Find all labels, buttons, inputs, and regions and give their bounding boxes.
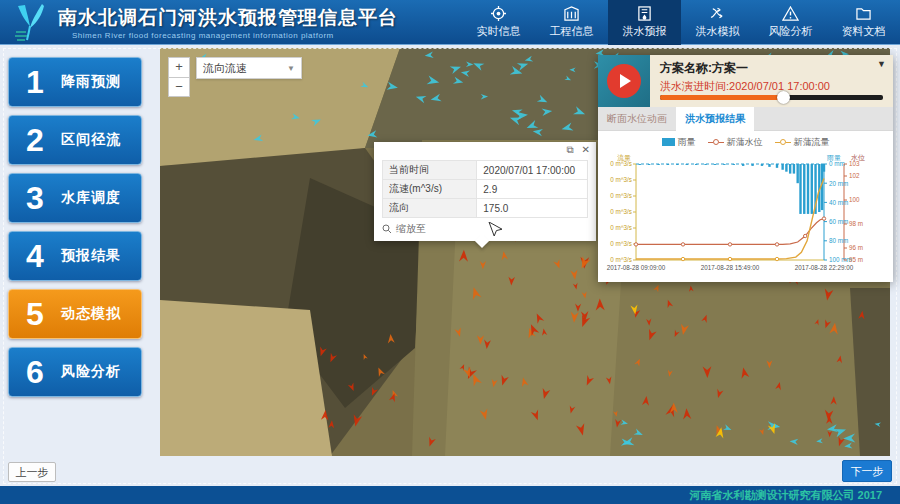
zoom-to-label: 缩放至 (396, 222, 426, 236)
svg-text:100: 100 (849, 196, 860, 203)
rain-swatch (662, 138, 675, 146)
next-step-button[interactable]: 下一步 (842, 460, 892, 482)
slider-thumb[interactable] (777, 91, 790, 104)
map-zoom-control: + − (168, 57, 190, 97)
svg-text:102: 102 (849, 172, 860, 179)
previous-step-button[interactable]: 上一步 (8, 462, 56, 482)
play-button[interactable] (598, 55, 650, 107)
layer-dropdown-value: 流向流速 (203, 61, 247, 76)
svg-text:98 m: 98 m (849, 220, 863, 227)
flood-progress-slider[interactable] (660, 95, 883, 100)
attr-value: 2020/07/01 17:00:00 (477, 161, 588, 180)
magnifier-icon (382, 224, 392, 234)
svg-text:0 m^3/s: 0 m^3/s (610, 256, 632, 263)
workflow-sidebar: 1 降雨预测 2 区间径流 3 水库调度 4 预报结果 5 动态模拟 6 风险分… (8, 57, 142, 405)
svg-text:80 mm: 80 mm (829, 237, 848, 244)
nav-item-risk-analysis[interactable]: 风险分析 (754, 0, 827, 45)
slider-fill (660, 95, 783, 100)
legend-item-flow[interactable]: 新蒲流量 (775, 136, 830, 149)
chevron-down-icon: ▼ (287, 64, 295, 73)
stage-marker (708, 139, 724, 145)
tab-section-stage-animation[interactable]: 断面水位动画 (598, 107, 676, 131)
legend-item-rain[interactable]: 雨量 (662, 136, 696, 149)
folder-icon (855, 6, 872, 21)
nav-item-project-info[interactable]: 工程信息 (535, 0, 608, 45)
zoom-in-button[interactable]: + (168, 57, 190, 77)
popup-close-icon[interactable]: ✕ (582, 145, 590, 155)
table-row: 流向 175.0 (383, 199, 588, 218)
nav-label: 风险分析 (769, 24, 813, 39)
svg-text:0 m^3/s: 0 m^3/s (610, 160, 632, 167)
mouse-cursor (488, 222, 503, 238)
step-number: 3 (9, 182, 61, 214)
sidebar-item-interval-runoff[interactable]: 2 区间径流 (8, 115, 142, 165)
nav-label: 资料文档 (842, 24, 886, 39)
svg-text:96 m: 96 m (849, 244, 863, 251)
svg-text:0 m^3/s: 0 m^3/s (610, 208, 632, 215)
play-circle (607, 64, 641, 98)
main-nav: 实时信息 工程信息 洪水预报 洪水模拟 风险分析 资料文档 (462, 0, 900, 45)
attr-label: 当前时间 (383, 161, 477, 180)
nav-label: 洪水模拟 (696, 24, 740, 39)
svg-text:95 m: 95 m (849, 256, 863, 263)
table-row: 流速(m^3/s) 2.9 (383, 180, 588, 199)
app-header: 南水北调石门河洪水预报管理信息平台 Shimen River flood for… (0, 0, 900, 45)
page-title: 南水北调石门河洪水预报管理信息平台 (58, 5, 398, 31)
building-icon (563, 6, 580, 21)
nav-label: 洪水预报 (623, 24, 667, 39)
sidebar-item-forecast-result[interactable]: 4 预报结果 (8, 231, 142, 281)
svg-text:0 m^3/s: 0 m^3/s (610, 240, 632, 247)
svg-text:0 m^3/s: 0 m^3/s (610, 176, 632, 183)
legend-item-stage[interactable]: 新蒲水位 (708, 136, 763, 149)
sidebar-item-dynamic-simulation[interactable]: 5 动态模拟 (8, 289, 142, 339)
forecast-doc-icon (636, 6, 653, 21)
svg-text:0 mm: 0 mm (829, 160, 845, 167)
attr-label: 流向 (383, 199, 477, 218)
tab-flood-forecast-result[interactable]: 洪水预报结果 (676, 107, 754, 131)
svg-text:2017-08-28 22:29:00: 2017-08-28 22:29:00 (795, 264, 854, 271)
nav-label: 工程信息 (550, 24, 594, 39)
svg-text:2017-08-28 15:49:00: 2017-08-28 15:49:00 (701, 264, 760, 271)
svg-text:0 m^3/s: 0 m^3/s (610, 192, 632, 199)
result-tabs: 断面水位动画 洪水预报结果 (598, 107, 893, 131)
app-logo-icon (8, 2, 52, 42)
nav-item-documents[interactable]: 资料文档 (827, 0, 900, 45)
nav-item-flood-simulation[interactable]: 洪水模拟 (681, 0, 754, 45)
table-row: 当前时间 2020/07/01 17:00:00 (383, 161, 588, 180)
map-layer-dropdown[interactable]: 流向流速 ▼ (196, 57, 302, 79)
play-icon (620, 74, 631, 88)
sidebar-item-reservoir-dispatch[interactable]: 3 水库调度 (8, 173, 142, 223)
copyright-bar: 河南省水利勘测设计研究有限公司 2017 (0, 486, 900, 504)
svg-text:103: 103 (849, 160, 860, 167)
step-number: 5 (9, 298, 61, 330)
step-number: 1 (9, 66, 61, 98)
flow-marker (775, 139, 791, 145)
flood-evolution-time: 洪水演进时间:2020/07/01 17:00:00 (660, 79, 830, 94)
step-number: 4 (9, 240, 61, 272)
nav-item-flood-forecast[interactable]: 洪水预报 (608, 0, 681, 45)
step-label: 风险分析 (61, 363, 121, 381)
panel-collapse-icon[interactable]: ▼ (877, 59, 886, 69)
nav-item-realtime-info[interactable]: 实时信息 (462, 0, 535, 45)
sidebar-item-risk-analysis[interactable]: 6 风险分析 (8, 347, 142, 397)
svg-text:2017-08-28 09:09:00: 2017-08-28 09:09:00 (607, 264, 666, 271)
popup-attribute-table: 当前时间 2020/07/01 17:00:00 流速(m^3/s) 2.9 流… (382, 160, 588, 218)
zoom-out-button[interactable]: − (168, 77, 190, 97)
page-subtitle: Shimen River flood forecasting managemen… (72, 31, 398, 40)
legend-label: 新蒲流量 (794, 136, 830, 149)
scheme-name: 方案名称:方案一 (660, 60, 830, 77)
map-info-popup: ⧉ ✕ 当前时间 2020/07/01 17:00:00 流速(m^3/s) 2… (374, 142, 596, 241)
sidebar-item-rain-forecast[interactable]: 1 降雨预测 (8, 57, 142, 107)
crosshair-icon (490, 6, 507, 21)
scheme-panel: 方案名称:方案一 洪水演进时间:2020/07/01 17:00:00 ▼ 断面… (598, 55, 893, 282)
step-label: 区间径流 (61, 131, 121, 149)
legend-label: 新蒲水位 (727, 136, 763, 149)
zoom-to-link[interactable]: 缩放至 (374, 218, 596, 241)
popup-dock-icon[interactable]: ⧉ (566, 145, 573, 155)
chart-legend: 雨量 新蒲水位 新蒲流量 (598, 134, 893, 150)
step-number: 6 (9, 356, 61, 388)
step-label: 水库调度 (61, 189, 121, 207)
nav-label: 实时信息 (477, 24, 521, 39)
step-number: 2 (9, 124, 61, 156)
simulation-icon (709, 6, 726, 21)
